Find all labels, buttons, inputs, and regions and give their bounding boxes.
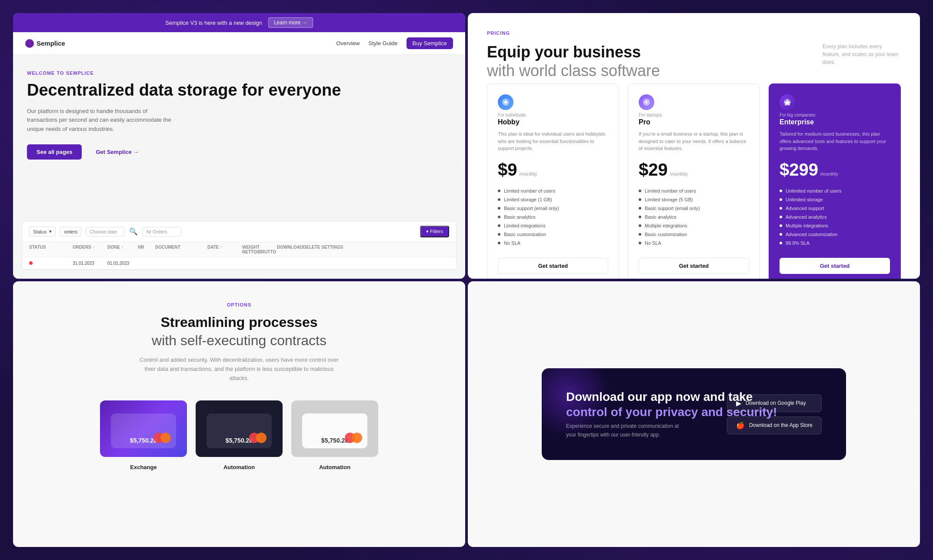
download-description: Experience secure and private communicat… (566, 422, 688, 439)
table-preview: Status ▾ orders Choose date 🔍 Nr Orders … (22, 221, 457, 270)
pro-tier: For startups (639, 113, 749, 117)
options-label: OPTIONS (227, 302, 252, 307)
cell-delete (303, 261, 347, 266)
options-title: Streamlining processes with self-executi… (152, 313, 327, 350)
cell-download (277, 261, 303, 266)
announcement-bar: Semplice V3 is here with a new design Le… (13, 13, 465, 32)
learn-more-button[interactable]: Learn more → (268, 17, 313, 28)
cell-nr (138, 261, 155, 266)
hero-panel: Semplice V3 is here with a new design Le… (13, 13, 465, 279)
enterprise-tier: For big companies (780, 113, 890, 117)
hobby-features: Limited number of users Limited storage … (498, 187, 608, 247)
orders-filter[interactable]: orders (60, 227, 81, 237)
pro-name: Pro (639, 118, 749, 126)
pro-icon (639, 94, 654, 110)
logo-icon (25, 39, 34, 48)
exchange-mini-card: $5,750.20 (111, 413, 176, 448)
hero-subtitle: Our platform is designed to handle thous… (27, 107, 175, 134)
col-status: Status (29, 245, 73, 254)
automation2-visual: $5,750.20 (291, 400, 378, 457)
automation1-visual: $5,750.20 (196, 400, 283, 457)
hobby-tier: For individuals (498, 113, 608, 117)
col-settings: Delete Settings (303, 245, 347, 254)
pricing-panel: PRICING Equip your business with world c… (468, 13, 920, 279)
automation2-mini-card: $5,750.20 (302, 413, 367, 448)
hero-logo: Semplice (25, 39, 65, 48)
cell-done: 01.01.2023 (107, 261, 138, 266)
hobby-price: $9 /monthly (498, 160, 608, 180)
enterprise-description: Tailored for medium-sized businesses, th… (780, 130, 890, 153)
hobby-cta[interactable]: Get started (498, 258, 608, 274)
cell-weight (242, 261, 277, 266)
col-download: Download (277, 245, 303, 254)
col-orders: Orders ↑ (73, 245, 107, 254)
nav-buy-button[interactable]: Buy Semplice (407, 37, 453, 49)
col-weight: Weight netto/brutto (242, 245, 277, 254)
get-semplice-button[interactable]: Get Semplice → (88, 144, 147, 160)
exchange-label: Exchange (100, 464, 187, 470)
pro-description: If you're a small business or a startup,… (639, 130, 749, 153)
pro-price: $29 /monthly (639, 160, 749, 180)
enterprise-features: Unlimited number of users Unlimited stor… (780, 187, 890, 247)
announcement-text: Semplice V3 is here with a new design (165, 20, 262, 26)
enterprise-cta[interactable]: Get started (780, 258, 890, 274)
download-panel: Download our app now and take control of… (468, 281, 920, 547)
hero-nav: Semplice Overview Style Guide Buy Sempli… (13, 32, 465, 55)
nav-style-guide[interactable]: Style Guide (368, 40, 397, 47)
status-filter[interactable]: Status ▾ (29, 227, 56, 237)
plan-enterprise: For big companies Enterprise Tailored fo… (769, 83, 901, 279)
hobby-icon (498, 94, 513, 110)
pro-cta[interactable]: Get started (639, 258, 749, 274)
cell-orders: 31.01.2023 (73, 261, 107, 266)
search-icon: 🔍 (129, 227, 138, 236)
options-subtitle: Control and added security. With decentr… (135, 356, 343, 383)
col-date: Date ↑ (207, 245, 242, 254)
automation2-label: Automation (291, 464, 378, 470)
enterprise-name: Enterprise (780, 118, 890, 126)
cell-status (29, 261, 73, 266)
plan-pro: For startups Pro If you're a small busin… (628, 83, 760, 279)
options-panel: OPTIONS Streamlining processes with self… (13, 281, 465, 547)
google-play-icon: ▶ (736, 399, 741, 407)
download-card: Download our app now and take control of… (542, 368, 846, 460)
pro-features: Limited number of users Limited storage … (639, 187, 749, 247)
exchange-card: $5,750.20 Exchange (100, 400, 187, 470)
automation-card-1: $5,750.20 Automation (196, 400, 283, 470)
apple-icon: 🍎 (736, 421, 745, 430)
enterprise-price: $299 /monthly (780, 160, 890, 180)
col-document: Document (155, 245, 207, 254)
plan-hobby: For individuals Hobby This plan is ideal… (487, 83, 619, 279)
cell-document (155, 261, 207, 266)
google-play-button[interactable]: ▶ Download on Google Play (727, 394, 822, 412)
nav-overview[interactable]: Overview (336, 40, 360, 47)
hero-nav-links: Overview Style Guide Buy Semplice (336, 37, 453, 49)
hero-title: Decentralized data storage for everyone (27, 81, 451, 100)
exchange-visual: $5,750.20 (100, 400, 187, 457)
filters-button[interactable]: ▾ Filters (420, 226, 449, 237)
enterprise-icon (780, 94, 795, 110)
automation1-label: Automation (196, 464, 283, 470)
table-header: Status Orders ↑ Done ↑ Nr Document Date … (22, 242, 456, 257)
see-all-pages-button[interactable]: See all pages (27, 144, 82, 160)
pricing-title: Equip your business with world class sof… (487, 43, 660, 80)
automation1-mini-card: $5,750.20 (207, 413, 272, 448)
hobby-name: Hobby (498, 118, 608, 126)
hero-content: WELCOME TO SEMPLICE Decentralized data s… (13, 55, 465, 221)
col-done: Done ↑ (107, 245, 138, 254)
app-store-button[interactable]: 🍎 Download on the App Store (727, 417, 822, 434)
hero-label: WELCOME TO SEMPLICE (27, 70, 451, 76)
table-row: 31.01.2023 01.01.2023 (22, 257, 456, 270)
automation-card-2: $5,750.20 Automation (291, 400, 378, 470)
hero-buttons: See all pages Get Semplice → (27, 144, 451, 160)
pricing-label: PRICING (487, 30, 901, 36)
pricing-subtitle: Every plan includes every feature, and s… (823, 43, 901, 66)
card-circle3-orange (352, 433, 362, 443)
feature-cards-row: $5,750.20 Exchange $5,750.20 Automatio (100, 400, 378, 470)
download-buttons: ▶ Download on Google Play 🍎 Download on … (727, 394, 822, 434)
nr-orders-input[interactable]: Nr Orders (142, 227, 181, 237)
col-nr: Nr (138, 245, 155, 254)
card-circle2-orange (256, 433, 267, 443)
pricing-plans: For individuals Hobby This plan is ideal… (487, 83, 901, 279)
date-picker[interactable]: Choose date (86, 227, 125, 237)
cell-date (207, 261, 242, 266)
